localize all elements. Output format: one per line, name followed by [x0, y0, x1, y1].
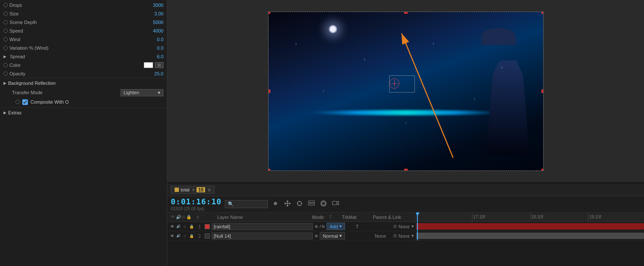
- layer-fx-1[interactable]: / fx: [320, 224, 325, 229]
- layer-mode-dropdown-2[interactable]: Normal ▾: [320, 232, 345, 239]
- bg-reflection-title: Background Reflection: [8, 81, 56, 86]
- layer-name-1[interactable]: [rainfall]: [212, 223, 313, 230]
- layer-t-1: T: [347, 224, 368, 229]
- prop-value-speed[interactable]: 4000: [138, 28, 163, 33]
- prop-row-wind[interactable]: Wind 0.0: [0, 35, 167, 44]
- prop-row-scene-depth[interactable]: Scene Depth 5000: [0, 18, 167, 27]
- search-icon: 🔍: [228, 201, 234, 207]
- prop-row-spread[interactable]: ▶ Spread 6.0: [0, 52, 167, 61]
- tl-time-header: 17:10f 18:10f 19:10f 20:10f: [416, 212, 644, 221]
- svg-point-30: [289, 203, 290, 204]
- composite-label: Composite With O: [30, 99, 69, 105]
- layer-row-1[interactable]: 👁 🔊 ⊙ 🔒 1 [rainfall] ⊕ / fx Add ▾: [167, 222, 644, 231]
- tl-adjust-btn[interactable]: [295, 199, 304, 209]
- parent-dropdown-1[interactable]: ▾: [411, 224, 414, 229]
- layer-left-1: 👁 🔊 ⊙ 🔒 1 [rainfall] ⊕ / fx Add ▾: [167, 222, 416, 231]
- layer-solo-2[interactable]: ⊙: [182, 233, 188, 239]
- prop-value-opacity[interactable]: 25.0: [138, 71, 163, 76]
- comp-tab-close[interactable]: ×: [192, 187, 195, 192]
- cycle-icon-drops: [3, 3, 8, 7]
- layer-3d-icon-2[interactable]: ⊕: [314, 233, 318, 238]
- prop-value-size[interactable]: 3.00: [138, 11, 163, 16]
- comp-tab-name: total: [181, 187, 190, 192]
- layer-name-2[interactable]: [Null 14]: [212, 233, 313, 239]
- prop-label-opacity: Opacity: [3, 71, 138, 76]
- color-swatch[interactable]: [144, 62, 153, 68]
- composite-with-row[interactable]: Composite With O: [0, 97, 167, 107]
- prop-value-wind[interactable]: 0.0: [138, 37, 163, 42]
- svg-rect-33: [308, 203, 314, 205]
- handle-bm: [404, 169, 408, 170]
- handle-mr: [541, 90, 543, 93]
- cycle-icon-variation: [3, 46, 8, 50]
- svg-point-29: [284, 203, 286, 204]
- playhead[interactable]: [417, 212, 418, 221]
- layer-bar-2: [416, 233, 644, 239]
- composite-checkbox[interactable]: [22, 99, 28, 105]
- comp-menu-icon[interactable]: ≡: [208, 187, 210, 192]
- prop-row-speed[interactable]: Speed 4000: [0, 27, 167, 35]
- transfer-mode-dropdown[interactable]: Lighten ▾: [121, 89, 163, 96]
- prop-row-drops[interactable]: Drops 3000: [0, 1, 167, 9]
- prop-value-variation-wind[interactable]: 0.0: [138, 45, 163, 51]
- prop-value-scene-depth[interactable]: 5000: [138, 20, 163, 25]
- prop-value-spread[interactable]: 6.0: [138, 54, 163, 59]
- cycle-icon-color: [3, 63, 8, 67]
- extras-section[interactable]: ▶ Extras: [0, 108, 167, 117]
- svg-point-28: [287, 205, 288, 206]
- timeline-layers: 👁 🔊 ⊙ 🔒 1 [rainfall] ⊕ / fx Add ▾: [167, 222, 644, 266]
- layer-lock-1[interactable]: 🔒: [188, 224, 194, 230]
- prop-label-color: Color: [3, 63, 144, 68]
- layer-parent-1: ⊙ None ▾: [393, 224, 414, 229]
- color-picker-btn[interactable]: ⊟: [155, 62, 163, 68]
- left-panel: Drops 3000 Size 3.00 Scene Depth 5000 Sp…: [0, 0, 167, 266]
- prop-row-size[interactable]: Size 3.00: [0, 9, 167, 18]
- handle-ml: [269, 90, 270, 93]
- comp-tab-num: 15: [197, 187, 205, 192]
- comp-tab[interactable]: total × 15 ≡: [171, 186, 215, 194]
- layer-motion-icon-1[interactable]: ⊕: [314, 224, 318, 229]
- time-marker-2: 18:10f: [530, 212, 543, 221]
- layer-eye-2[interactable]: 👁: [169, 233, 175, 239]
- chevron-spread: ▶: [3, 54, 6, 59]
- search-box[interactable]: 🔍: [225, 200, 268, 208]
- bg-reflection-header[interactable]: ▶ Background Reflection: [0, 78, 167, 88]
- handle-br: [541, 169, 543, 170]
- cycle-icon-size: [3, 12, 8, 16]
- timeline-timecode[interactable]: 0:01:16:10: [171, 197, 221, 206]
- prop-label-speed: Speed: [3, 28, 138, 33]
- prop-label-scene-depth: Scene Depth: [3, 20, 138, 25]
- layer-color-2: [205, 233, 210, 239]
- selection-rect: [389, 75, 415, 93]
- tl-layers-btn[interactable]: [307, 199, 316, 209]
- canvas-image: [269, 12, 543, 170]
- layer-lock-2[interactable]: 🔒: [188, 233, 194, 239]
- layer-audio-1[interactable]: 🔊: [175, 224, 181, 230]
- layer-row-2[interactable]: 👁 🔊 ⊙ 🔒 2 [Null 14] ⊕ Normal ▾: [167, 231, 644, 241]
- search-input[interactable]: [236, 202, 266, 207]
- prop-row-color[interactable]: Color ⊟: [0, 61, 167, 69]
- canvas-container: [167, 0, 644, 182]
- layer-icons-header: 👁🔊⊙🔒: [171, 215, 191, 219]
- layer-audio-2[interactable]: 🔊: [175, 233, 181, 239]
- layer-parent-2: ⊙ None ▾: [393, 233, 414, 239]
- tl-flower-btn[interactable]: [283, 199, 292, 209]
- col-parent: Parent & Link: [373, 215, 416, 220]
- timeline-fps: 01910 (25.00 fps): [171, 206, 221, 211]
- col-trkmat: TrkMat: [342, 215, 368, 220]
- layer-mode-dropdown-1[interactable]: Add ▾: [327, 223, 345, 230]
- prop-row-opacity[interactable]: Opacity 25.0: [0, 69, 167, 78]
- tl-camera-btn[interactable]: [331, 199, 340, 209]
- prop-value-drops[interactable]: 3000: [138, 3, 163, 8]
- layer-solo-1[interactable]: ⊙: [182, 224, 188, 230]
- parent-dropdown-2[interactable]: ▾: [411, 233, 414, 239]
- tl-shapes-btn[interactable]: [319, 199, 328, 209]
- prop-label-wind: Wind: [3, 37, 138, 42]
- layer-eye-1[interactable]: 👁: [169, 224, 175, 230]
- timeline-topbar: total × 15 ≡: [167, 183, 644, 196]
- prop-row-variation-wind[interactable]: Variation % (Wind) 0.0: [0, 44, 167, 52]
- cycle-icon-speed: [3, 29, 8, 33]
- tl-snap-btn[interactable]: [271, 199, 280, 209]
- dropdown-chevron: ▾: [158, 90, 160, 96]
- handle-tr: [541, 12, 543, 14]
